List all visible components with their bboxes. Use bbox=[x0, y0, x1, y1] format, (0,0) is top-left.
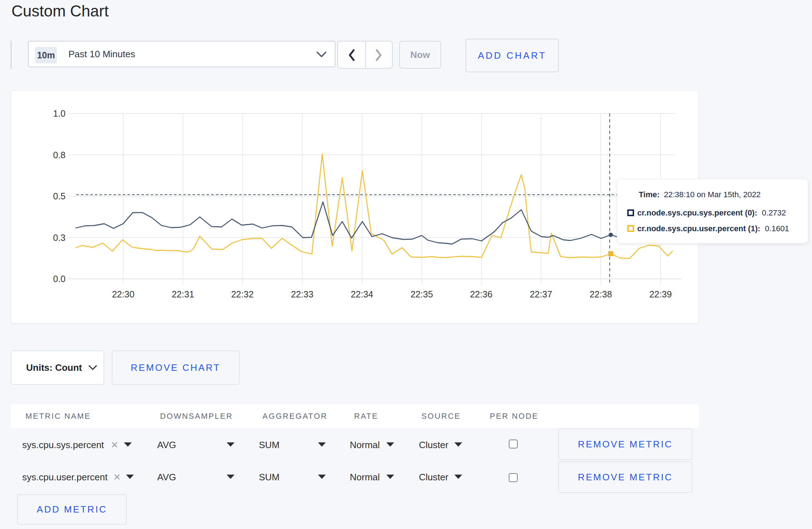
svg-text:0.0: 0.0 bbox=[53, 274, 66, 284]
svg-text:22:33: 22:33 bbox=[291, 289, 314, 299]
svg-text:22:31: 22:31 bbox=[172, 289, 194, 299]
svg-text:22:32: 22:32 bbox=[231, 289, 254, 299]
svg-text:22:38: 22:38 bbox=[590, 289, 612, 299]
svg-text:22:30: 22:30 bbox=[112, 289, 135, 299]
svg-text:0.3: 0.3 bbox=[53, 233, 66, 243]
svg-text:22:39: 22:39 bbox=[649, 289, 672, 299]
svg-text:22:36: 22:36 bbox=[470, 289, 493, 299]
svg-text:0.5: 0.5 bbox=[53, 191, 66, 201]
svg-text:1.0: 1.0 bbox=[53, 108, 66, 118]
svg-text:22:35: 22:35 bbox=[411, 289, 433, 299]
svg-text:22:37: 22:37 bbox=[530, 289, 552, 299]
svg-text:22:34: 22:34 bbox=[351, 289, 373, 299]
svg-text:0.8: 0.8 bbox=[53, 150, 66, 160]
